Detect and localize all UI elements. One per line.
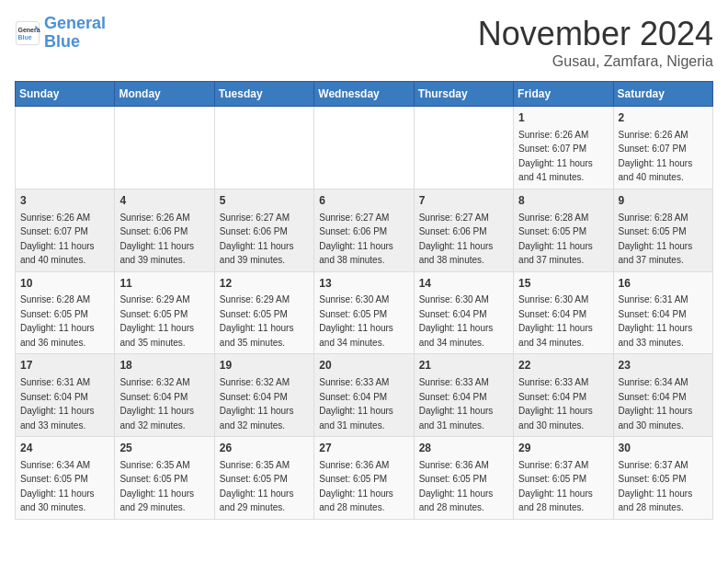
week-row-1: 1Sunrise: 6:26 AM Sunset: 6:07 PM Daylig… — [16, 107, 713, 190]
day-info: Sunrise: 6:34 AM Sunset: 6:04 PM Dayligh… — [619, 377, 693, 431]
day-number: 20 — [319, 358, 408, 373]
day-number: 27 — [319, 441, 408, 456]
day-info: Sunrise: 6:26 AM Sunset: 6:07 PM Dayligh… — [20, 213, 95, 266]
day-info: Sunrise: 6:27 AM Sunset: 6:06 PM Dayligh… — [419, 213, 494, 266]
header-saturday: Saturday — [613, 82, 712, 107]
day-number: 2 — [619, 110, 708, 126]
calendar-cell-w3-d3: 12Sunrise: 6:29 AM Sunset: 6:05 PM Dayli… — [214, 271, 313, 354]
calendar-cell-w1-d1 — [16, 107, 115, 190]
day-number: 14 — [419, 276, 508, 292]
day-info: Sunrise: 6:28 AM Sunset: 6:05 PM Dayligh… — [619, 213, 693, 266]
day-info: Sunrise: 6:26 AM Sunset: 6:06 PM Dayligh… — [119, 213, 194, 266]
calendar-cell-w3-d6: 15Sunrise: 6:30 AM Sunset: 6:04 PM Dayli… — [514, 271, 613, 354]
day-info: Sunrise: 6:28 AM Sunset: 6:05 PM Dayligh… — [518, 213, 593, 266]
page-header: General Blue General Blue November 2024 … — [15, 15, 713, 70]
day-info: Sunrise: 6:26 AM Sunset: 6:07 PM Dayligh… — [619, 130, 693, 183]
calendar-cell-w1-d4 — [314, 107, 414, 190]
day-number: 1 — [518, 110, 608, 126]
week-row-5: 24Sunrise: 6:34 AM Sunset: 6:05 PM Dayli… — [16, 437, 713, 520]
calendar-cell-w5-d3: 26Sunrise: 6:35 AM Sunset: 6:05 PM Dayli… — [214, 437, 313, 520]
day-info: Sunrise: 6:34 AM Sunset: 6:05 PM Dayligh… — [20, 460, 95, 513]
day-info: Sunrise: 6:31 AM Sunset: 6:04 PM Dayligh… — [619, 294, 693, 348]
day-number: 6 — [319, 193, 408, 209]
calendar-cell-w2-d3: 5Sunrise: 6:27 AM Sunset: 6:06 PM Daylig… — [214, 189, 313, 271]
day-number: 13 — [319, 276, 408, 292]
calendar-cell-w3-d1: 10Sunrise: 6:28 AM Sunset: 6:05 PM Dayli… — [16, 271, 115, 354]
day-number: 23 — [619, 358, 708, 373]
week-row-4: 17Sunrise: 6:31 AM Sunset: 6:04 PM Dayli… — [16, 354, 713, 437]
day-number: 28 — [419, 441, 508, 456]
calendar-cell-w2-d1: 3Sunrise: 6:26 AM Sunset: 6:07 PM Daylig… — [16, 189, 115, 271]
calendar-cell-w4-d2: 18Sunrise: 6:32 AM Sunset: 6:04 PM Dayli… — [115, 354, 214, 437]
svg-rect-0 — [16, 21, 39, 44]
day-info: Sunrise: 6:33 AM Sunset: 6:04 PM Dayligh… — [419, 377, 494, 431]
calendar-cell-w1-d7: 2Sunrise: 6:26 AM Sunset: 6:07 PM Daylig… — [613, 107, 712, 190]
month-title: November 2024 — [478, 15, 713, 53]
day-number: 21 — [419, 358, 508, 373]
week-row-3: 10Sunrise: 6:28 AM Sunset: 6:05 PM Dayli… — [16, 271, 713, 354]
day-number: 22 — [518, 358, 608, 373]
day-info: Sunrise: 6:27 AM Sunset: 6:06 PM Dayligh… — [220, 213, 294, 266]
day-number: 24 — [20, 441, 109, 456]
day-number: 8 — [518, 193, 608, 209]
calendar-cell-w2-d5: 7Sunrise: 6:27 AM Sunset: 6:06 PM Daylig… — [414, 189, 513, 271]
day-number: 7 — [419, 193, 508, 209]
calendar-cell-w4-d6: 22Sunrise: 6:33 AM Sunset: 6:04 PM Dayli… — [514, 354, 613, 437]
day-info: Sunrise: 6:36 AM Sunset: 6:05 PM Dayligh… — [419, 460, 494, 513]
day-number: 10 — [20, 276, 109, 292]
calendar-cell-w2-d6: 8Sunrise: 6:28 AM Sunset: 6:05 PM Daylig… — [514, 189, 613, 271]
calendar-cell-w3-d7: 16Sunrise: 6:31 AM Sunset: 6:04 PM Dayli… — [613, 271, 712, 354]
day-info: Sunrise: 6:30 AM Sunset: 6:04 PM Dayligh… — [419, 294, 494, 348]
header-monday: Monday — [115, 82, 214, 107]
calendar-cell-w5-d4: 27Sunrise: 6:36 AM Sunset: 6:05 PM Dayli… — [314, 437, 414, 520]
header-friday: Friday — [514, 82, 613, 107]
calendar-cell-w4-d3: 19Sunrise: 6:32 AM Sunset: 6:04 PM Dayli… — [214, 354, 313, 437]
calendar-cell-w3-d4: 13Sunrise: 6:30 AM Sunset: 6:05 PM Dayli… — [314, 271, 414, 354]
calendar-cell-w4-d5: 21Sunrise: 6:33 AM Sunset: 6:04 PM Dayli… — [414, 354, 513, 437]
day-number: 25 — [119, 441, 209, 456]
calendar-cell-w3-d5: 14Sunrise: 6:30 AM Sunset: 6:04 PM Dayli… — [414, 271, 513, 354]
calendar-cell-w4-d4: 20Sunrise: 6:33 AM Sunset: 6:04 PM Dayli… — [314, 354, 414, 437]
day-info: Sunrise: 6:28 AM Sunset: 6:05 PM Dayligh… — [20, 294, 95, 348]
header-thursday: Thursday — [414, 82, 513, 107]
day-info: Sunrise: 6:37 AM Sunset: 6:05 PM Dayligh… — [518, 460, 593, 513]
title-block: November 2024 Gusau, Zamfara, Nigeria — [478, 15, 713, 70]
header-wednesday: Wednesday — [314, 82, 414, 107]
day-number: 17 — [20, 358, 109, 373]
header-tuesday: Tuesday — [214, 82, 313, 107]
day-number: 18 — [119, 358, 209, 373]
location: Gusau, Zamfara, Nigeria — [478, 53, 713, 70]
week-row-2: 3Sunrise: 6:26 AM Sunset: 6:07 PM Daylig… — [16, 189, 713, 271]
calendar-cell-w5-d1: 24Sunrise: 6:34 AM Sunset: 6:05 PM Dayli… — [16, 437, 115, 520]
day-number: 5 — [220, 193, 309, 209]
day-info: Sunrise: 6:33 AM Sunset: 6:04 PM Dayligh… — [319, 377, 393, 431]
calendar-cell-w1-d6: 1Sunrise: 6:26 AM Sunset: 6:07 PM Daylig… — [514, 107, 613, 190]
day-info: Sunrise: 6:30 AM Sunset: 6:05 PM Dayligh… — [319, 294, 393, 348]
calendar-cell-w5-d6: 29Sunrise: 6:37 AM Sunset: 6:05 PM Dayli… — [514, 437, 613, 520]
calendar-cell-w4-d1: 17Sunrise: 6:31 AM Sunset: 6:04 PM Dayli… — [16, 354, 115, 437]
logo: General Blue General Blue — [15, 15, 106, 52]
calendar-cell-w1-d5 — [414, 107, 513, 190]
day-number: 12 — [220, 276, 309, 292]
calendar-cell-w1-d3 — [214, 107, 313, 190]
calendar-cell-w5-d7: 30Sunrise: 6:37 AM Sunset: 6:05 PM Dayli… — [613, 437, 712, 520]
day-info: Sunrise: 6:37 AM Sunset: 6:05 PM Dayligh… — [619, 460, 693, 513]
day-number: 11 — [119, 276, 209, 292]
day-info: Sunrise: 6:33 AM Sunset: 6:04 PM Dayligh… — [518, 377, 593, 431]
header-sunday: Sunday — [16, 82, 115, 107]
calendar-cell-w5-d2: 25Sunrise: 6:35 AM Sunset: 6:05 PM Dayli… — [115, 437, 214, 520]
day-number: 26 — [220, 441, 309, 456]
day-info: Sunrise: 6:29 AM Sunset: 6:05 PM Dayligh… — [220, 294, 294, 348]
calendar-cell-w4-d7: 23Sunrise: 6:34 AM Sunset: 6:04 PM Dayli… — [613, 354, 712, 437]
calendar-cell-w1-d2 — [115, 107, 214, 190]
logo-text: General Blue — [44, 15, 106, 52]
day-number: 15 — [518, 276, 608, 292]
day-info: Sunrise: 6:29 AM Sunset: 6:05 PM Dayligh… — [119, 294, 194, 348]
day-info: Sunrise: 6:35 AM Sunset: 6:05 PM Dayligh… — [119, 460, 194, 513]
day-info: Sunrise: 6:32 AM Sunset: 6:04 PM Dayligh… — [220, 377, 294, 431]
day-number: 9 — [619, 193, 708, 209]
day-number: 19 — [220, 358, 309, 373]
day-info: Sunrise: 6:30 AM Sunset: 6:04 PM Dayligh… — [518, 294, 593, 348]
day-info: Sunrise: 6:32 AM Sunset: 6:04 PM Dayligh… — [119, 377, 194, 431]
day-number: 30 — [619, 441, 708, 456]
